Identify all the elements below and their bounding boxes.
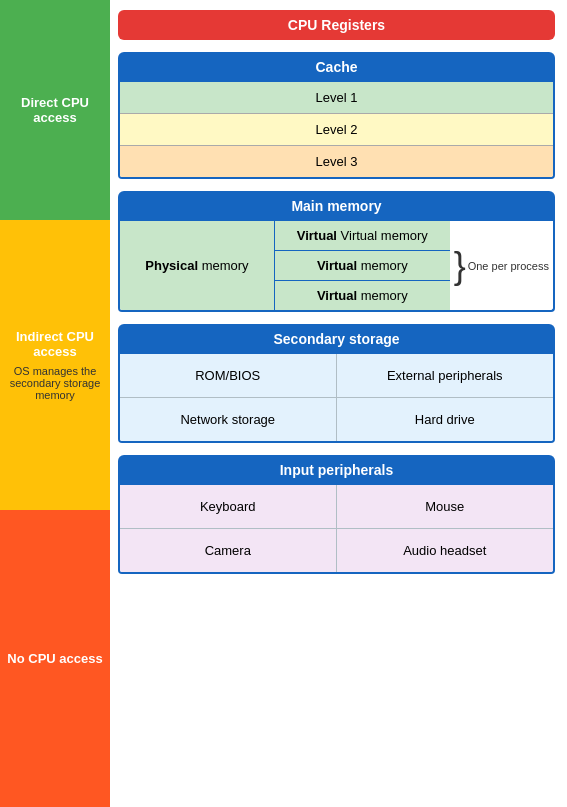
virtual-cell-1: Virtual memory <box>275 251 450 281</box>
cache-level-1: Level 1 <box>120 82 553 113</box>
sidebar-indirect-label: Indirect CPU access <box>6 329 104 359</box>
storage-cell-2: Network storage <box>120 398 337 441</box>
cache-block: Cache Level 1 Level 2 Level 3 <box>118 52 555 179</box>
cache-body: Level 1 Level 2 Level 3 <box>118 82 555 179</box>
physical-memory-cell: Physical memory <box>120 221 275 310</box>
input-cell-1: Mouse <box>337 485 554 529</box>
secondary-storage-header: Secondary storage <box>118 324 555 354</box>
sidebar-direct: Direct CPU access <box>0 0 110 220</box>
sidebar-no: No CPU access <box>0 510 110 807</box>
cache-level-3: Level 3 <box>120 145 553 177</box>
one-per-process-label: One per process <box>468 260 549 272</box>
secondary-storage-grid: ROM/BIOS External peripherals Network st… <box>120 354 553 441</box>
virtual-cell-0: Virtual Virtual memory <box>275 221 450 251</box>
cpu-registers-block: CPU Registers <box>118 10 555 40</box>
main-memory-header: Main memory <box>118 191 555 221</box>
storage-cell-3: Hard drive <box>337 398 554 441</box>
input-peripherals-body: Keyboard Mouse Camera Audio headset <box>118 485 555 574</box>
main-memory-block: Main memory Physical memory Virtual Virt… <box>118 191 555 312</box>
virtual-memory-col: Virtual Virtual memory Virtual memory Vi… <box>275 221 450 310</box>
input-peripherals-header: Input peripherals <box>118 455 555 485</box>
main-content: CPU Registers Cache Level 1 Level 2 Leve… <box>110 0 567 807</box>
secondary-storage-block: Secondary storage ROM/BIOS External peri… <box>118 324 555 443</box>
input-peripherals-grid: Keyboard Mouse Camera Audio headset <box>120 485 553 572</box>
input-cell-2: Camera <box>120 529 337 572</box>
one-per-process-container: } One per process <box>450 221 553 310</box>
virtual-cell-2: Virtual memory <box>275 281 450 310</box>
cpu-registers-header: CPU Registers <box>118 10 555 40</box>
cache-header: Cache <box>118 52 555 82</box>
physical-label-rest: memory <box>202 258 249 273</box>
brace-icon: } <box>454 248 466 284</box>
input-peripherals-block: Input peripherals Keyboard Mouse Camera … <box>118 455 555 574</box>
physical-label-bold: Physical <box>145 258 198 273</box>
sidebar-direct-label: Direct CPU access <box>6 95 104 125</box>
sidebar: Direct CPU access Indirect CPU access OS… <box>0 0 110 807</box>
storage-cell-1: External peripherals <box>337 354 554 398</box>
storage-cell-0: ROM/BIOS <box>120 354 337 398</box>
input-cell-3: Audio headset <box>337 529 554 572</box>
sidebar-no-label: No CPU access <box>7 651 102 666</box>
main-memory-body: Physical memory Virtual Virtual memory V… <box>118 221 555 312</box>
input-cell-0: Keyboard <box>120 485 337 529</box>
cache-level-2: Level 2 <box>120 113 553 145</box>
secondary-storage-body: ROM/BIOS External peripherals Network st… <box>118 354 555 443</box>
sidebar-indirect-sublabel: OS manages the secondary storage memory <box>6 365 104 401</box>
sidebar-indirect: Indirect CPU access OS manages the secon… <box>0 220 110 510</box>
